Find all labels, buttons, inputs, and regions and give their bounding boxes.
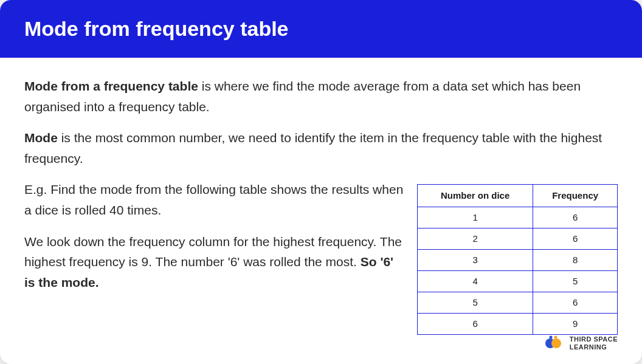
logo-icon bbox=[544, 335, 564, 352]
cell: 8 bbox=[533, 250, 618, 271]
card-header: Mode from frequency table bbox=[0, 0, 642, 58]
intro-paragraph-1: Mode from a frequency table is where we … bbox=[24, 76, 618, 117]
cell: 4 bbox=[418, 271, 533, 292]
logo-line-1: THIRD SPACE bbox=[570, 335, 618, 343]
cell: 5 bbox=[533, 271, 618, 292]
p2-rest: is the most common number, we need to id… bbox=[24, 131, 602, 165]
table-header-row: Number on dice Frequency bbox=[418, 185, 618, 207]
cell: 6 bbox=[533, 228, 618, 250]
cell: 5 bbox=[418, 292, 533, 314]
logo-text: THIRD SPACE LEARNING bbox=[570, 335, 618, 351]
table-row: 69 bbox=[418, 314, 618, 335]
table-header-1: Number on dice bbox=[418, 185, 533, 207]
table-row: 38 bbox=[418, 250, 618, 271]
cell: 3 bbox=[418, 250, 533, 271]
frequency-table: Number on dice Frequency 16 26 38 45 56 … bbox=[417, 184, 618, 335]
lesson-card: Mode from frequency table Mode from a fr… bbox=[0, 0, 642, 364]
p1-bold: Mode from a frequency table bbox=[24, 79, 198, 93]
cell: 6 bbox=[418, 314, 533, 335]
cell: 6 bbox=[533, 207, 618, 228]
cell: 2 bbox=[418, 228, 533, 250]
card-content: Mode from a frequency table is where we … bbox=[0, 58, 642, 353]
text-column: E.g. Find the mode from the following ta… bbox=[24, 179, 405, 303]
cell: 1 bbox=[418, 207, 533, 228]
table-row: 45 bbox=[418, 271, 618, 292]
page-title: Mode from frequency table bbox=[24, 17, 618, 41]
cell: 9 bbox=[533, 314, 618, 335]
table-header-2: Frequency bbox=[533, 185, 618, 207]
table-column: Number on dice Frequency 16 26 38 45 56 … bbox=[417, 179, 618, 335]
cell: 6 bbox=[533, 292, 618, 314]
svg-point-3 bbox=[554, 336, 557, 339]
table-row: 56 bbox=[418, 292, 618, 314]
p2-bold: Mode bbox=[24, 131, 58, 145]
brand-logo: THIRD SPACE LEARNING bbox=[544, 335, 618, 352]
svg-point-1 bbox=[551, 338, 561, 348]
svg-point-2 bbox=[549, 336, 552, 339]
table-row: 26 bbox=[418, 228, 618, 250]
intro-paragraph-2: Mode is the most common number, we need … bbox=[24, 128, 618, 168]
table-row: 16 bbox=[418, 207, 618, 228]
conclusion-paragraph: We look down the frequency column for th… bbox=[24, 232, 405, 293]
logo-line-2: LEARNING bbox=[570, 343, 618, 351]
example-paragraph: E.g. Find the mode from the following ta… bbox=[24, 179, 405, 220]
content-row: E.g. Find the mode from the following ta… bbox=[24, 179, 618, 335]
p4-part1: We look down the frequency column for th… bbox=[24, 235, 402, 269]
